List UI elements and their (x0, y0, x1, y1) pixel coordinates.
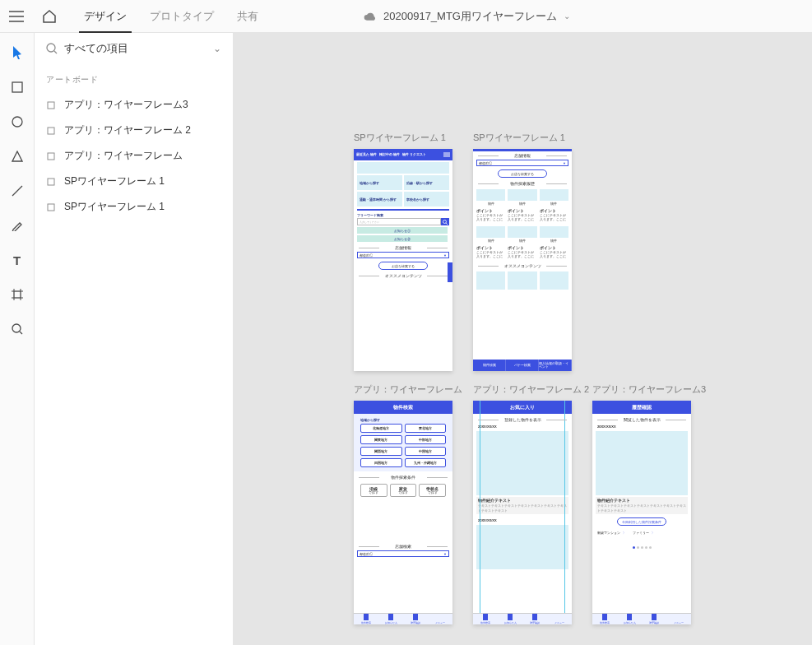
section-label: オススメコンテンツ (354, 273, 452, 278)
select-tool[interactable] (9, 44, 26, 61)
svg-rect-5 (48, 102, 54, 109)
notice: お知らせ② (357, 235, 448, 242)
top-bar: デザイン プロトタイプ 共有 20200917_MTG用ワイヤーフレーム ⌄ (0, 0, 812, 33)
svg-point-4 (47, 44, 55, 52)
region-cell: 北海道地方 (360, 424, 402, 433)
region-cell: 関西地方 (360, 447, 402, 456)
artboard-label[interactable]: アプリ：ワイヤーフレーム 2 (473, 383, 589, 396)
section-label: 店舗情報 (473, 153, 572, 158)
section-label: 登録した物件を表示 (473, 417, 572, 422)
rectangle-tool[interactable] (9, 79, 26, 95)
tab-share[interactable]: 共有 (225, 0, 270, 33)
bottom-tabs: 物件検索 お知らせ人 履歴確認 メニュー (592, 613, 691, 624)
sp1-header: 最近見た 物件 検討中の 物件 物件 リクエスト (354, 149, 452, 160)
layers-search-text: すべての項目 (64, 41, 206, 56)
home-icon[interactable] (33, 0, 66, 33)
artboard-label[interactable]: SPワイヤーフレーム 1 (473, 132, 572, 144)
app-header: 物件検索 (354, 401, 452, 414)
artboard-tool[interactable] (9, 286, 26, 303)
artboard-sp2[interactable]: 店舗情報 都道府県▼ お店を検索する 物件探索履歴 物件 物件 物件 ポイントこ… (473, 149, 572, 371)
region-cell: 中国地方 (405, 447, 447, 456)
bottom-nav: 物件検索パナー検索個人情報の取扱・イベント (473, 360, 572, 371)
tool-bar: T (0, 33, 35, 645)
app-header: お気に入り (473, 401, 572, 414)
artboard-item-label: SPワイヤーフレーム 1 (64, 200, 165, 214)
svg-rect-0 (12, 82, 22, 92)
ellipse-tool[interactable] (9, 114, 26, 130)
svg-point-1 (12, 117, 22, 127)
layers-search[interactable]: すべての項目 ⌄ (35, 33, 233, 64)
artboard-list-item[interactable]: SPワイヤーフレーム 1 (35, 169, 233, 194)
app-header: 履歴確認 (592, 401, 691, 414)
chevron-down-icon: ⌄ (564, 12, 570, 21)
condition-cell: 学校名で探す (419, 484, 446, 497)
artboard-icon (46, 100, 56, 110)
condition-cell: 家賃で探す (390, 484, 417, 497)
store-search-btn: お店を検索する (498, 169, 547, 178)
pen-tool[interactable] (9, 217, 26, 234)
svg-rect-8 (48, 179, 54, 185)
artboard-label[interactable]: アプリ：ワイヤーフレーム3 (592, 383, 706, 396)
zoom-tool[interactable] (9, 321, 26, 337)
mode-tabs: デザイン プロトタイプ 共有 (72, 0, 270, 33)
line-tool[interactable] (9, 183, 26, 199)
hamburger-icon (443, 152, 450, 157)
section-label: 物件探索条件 (354, 475, 452, 480)
layers-panel: すべての項目 ⌄ アートボード アプリ：ワイヤーフレーム3アプリ：ワイヤーフレー… (35, 33, 234, 645)
artboard-icon (46, 126, 56, 136)
svg-rect-7 (48, 153, 54, 160)
artboard-app3[interactable]: 履歴確認 閲覧した物件を表示 20XX/XX/XX 物件紹介テキストテキストテキ… (592, 401, 691, 624)
artboard-item-label: アプリ：ワイヤーフレーム3 (64, 98, 188, 112)
tile: 地域から探す (357, 175, 402, 190)
tab-design[interactable]: デザイン (72, 0, 138, 33)
region-cell: 中部地方 (405, 435, 447, 444)
freeword-label: フリーワード検索 (354, 211, 452, 218)
bottom-tabs: 物件検索 お知らせ人 履歴確認 メニュー (354, 613, 452, 624)
svg-rect-9 (48, 204, 54, 211)
tile: 学校名から探す (404, 192, 449, 206)
artboard-icon (46, 202, 56, 212)
region-cell: 四国地方 (360, 458, 402, 467)
section-label: 閲覧した物件を表示 (592, 417, 691, 422)
artboard-sp1[interactable]: 最近見た 物件 検討中の 物件 物件 リクエスト 地域から探す 沿線・駅から探す… (354, 149, 452, 371)
menu-icon[interactable] (0, 0, 33, 33)
document-title-text: 20200917_MTG用ワイヤーフレーム (383, 9, 557, 24)
condition-cell: 沿線で探す (360, 484, 387, 497)
artboard-list-item[interactable]: アプリ：ワイヤーフレーム (35, 143, 233, 169)
prefecture-select: 都道府県▼ (357, 550, 449, 557)
region-cell: 関東地方 (360, 435, 402, 444)
artboard-label[interactable]: アプリ：ワイヤーフレーム (354, 383, 462, 396)
text-tool[interactable]: T (9, 252, 26, 268)
document-title[interactable]: 20200917_MTG用ワイヤーフレーム ⌄ (270, 9, 664, 24)
artboard-list-item[interactable]: アプリ：ワイヤーフレーム3 (35, 92, 233, 118)
store-search-btn: お店を検索する (378, 262, 428, 270)
chevron-down-icon[interactable]: ⌄ (213, 43, 221, 54)
freeword-input: 入力してください (357, 218, 441, 225)
inquiry-tab (448, 262, 452, 282)
artboard-app2[interactable]: お気に入り 登録した物件を表示 20XX/XX/XX 物件紹介テキストテキストテ… (473, 401, 572, 624)
artboard-icon (46, 151, 56, 161)
svg-point-10 (443, 220, 447, 223)
region-cell: 九州・沖縄地方 (405, 458, 447, 467)
region-cell: 東北地方 (405, 424, 447, 433)
canvas[interactable]: SPワイヤーフレーム 1 最近見た 物件 検討中の 物件 物件 リクエスト 地域… (234, 33, 812, 645)
search-icon (441, 218, 449, 225)
artboard-label[interactable]: SPワイヤーフレーム 1 (354, 132, 452, 144)
prefecture-select: 都道府県▼ (476, 160, 568, 166)
svg-rect-6 (48, 128, 54, 134)
artboard-item-label: アプリ：ワイヤーフレーム (64, 149, 183, 163)
artboard-list-item[interactable]: アプリ：ワイヤーフレーム 2 (35, 118, 233, 143)
tab-prototype[interactable]: プロトタイプ (138, 0, 225, 33)
artboard-item-label: アプリ：ワイヤーフレーム 2 (64, 123, 191, 137)
bottom-tabs: 物件検索 お知らせ人 履歴確認 メニュー (473, 613, 572, 624)
polygon-tool[interactable] (9, 148, 26, 165)
artboard-list-item[interactable]: SPワイヤーフレーム 1 (35, 194, 233, 220)
svg-point-3 (12, 324, 21, 332)
history-condition-btn: 今回利用した物件探索条件 (617, 517, 666, 526)
prefecture-select: 都道府県▼ (357, 252, 449, 258)
artboard-item-label: SPワイヤーフレーム 1 (64, 174, 165, 188)
artboard-app1[interactable]: 物件検索 地域から探す 北海道地方東北地方関東地方中部地方関西地方中国地方四国地… (354, 401, 452, 624)
artboard-icon (46, 177, 56, 187)
section-label: オススメコンテンツ (473, 263, 572, 268)
tile: 通勤・通学時間 から探す (357, 192, 402, 206)
